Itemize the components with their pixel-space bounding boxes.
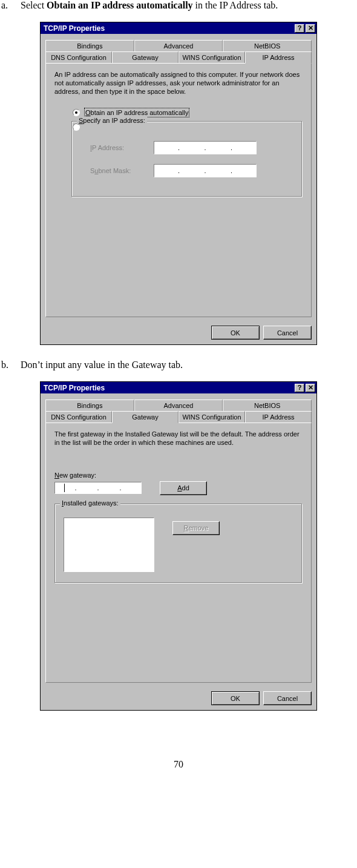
- ok-button[interactable]: OK: [211, 326, 260, 340]
- subnet-mask-label: Subnet Mask:: [90, 167, 154, 174]
- tab-ip-address[interactable]: IP Address: [245, 51, 312, 64]
- ip-desc: An IP address can be automatically assig…: [54, 71, 303, 96]
- radio-auto-label: Obtain an IP address automatically: [84, 108, 189, 117]
- tab-advanced[interactable]: Advanced: [134, 40, 223, 51]
- installed-gateways-list[interactable]: [64, 518, 154, 572]
- ip-address-input[interactable]: . . .: [154, 141, 257, 154]
- subnet-mask-input[interactable]: . . .: [154, 164, 257, 177]
- tab-dns-configuration[interactable]: DNS Configuration: [45, 411, 112, 422]
- button-bar: OK Cancel: [41, 322, 316, 344]
- tab-wins-configuration[interactable]: WINS Configuration: [178, 411, 245, 422]
- tab-gateway[interactable]: Gateway: [112, 411, 178, 423]
- tcpip-dialog-ip: TCP/IP Properties ? ✕ Bindings Advanced …: [40, 22, 317, 345]
- tcpip-dialog-gateway: TCP/IP Properties ? ✕ Bindings Advanced …: [40, 381, 317, 711]
- radio-auto[interactable]: [73, 109, 80, 116]
- help-icon[interactable]: ?: [295, 24, 304, 33]
- tab-netbios[interactable]: NetBIOS: [223, 40, 312, 51]
- tab-dns-configuration[interactable]: DNS Configuration: [45, 51, 112, 63]
- specify-group: Specify an IP address: IP Address: . . .: [71, 121, 303, 197]
- gateway-panel: The first gateway in the Installed Gatew…: [45, 422, 312, 683]
- tab-bindings[interactable]: Bindings: [45, 399, 134, 411]
- titlebar: TCP/IP Properties ? ✕: [41, 382, 316, 393]
- new-gateway-input[interactable]: . . .: [54, 482, 142, 494]
- close-icon[interactable]: ✕: [306, 384, 315, 392]
- gateway-desc: The first gateway in the Installed Gatew…: [54, 430, 303, 447]
- tab-bindings[interactable]: Bindings: [45, 40, 134, 51]
- page-number: 70: [0, 759, 357, 770]
- tab-advanced[interactable]: Advanced: [134, 399, 223, 411]
- tab-ip-address[interactable]: IP Address: [245, 411, 312, 422]
- titlebar-text: TCP/IP Properties: [42, 24, 293, 33]
- close-icon[interactable]: ✕: [306, 24, 315, 33]
- step-b-letter: b.: [0, 360, 21, 370]
- ok-button[interactable]: OK: [211, 691, 260, 705]
- radio-auto-row[interactable]: Obtain an IP address automatically: [73, 108, 303, 117]
- cancel-button[interactable]: Cancel: [263, 326, 312, 340]
- remove-button[interactable]: Remove: [172, 521, 220, 535]
- installed-gateways-label: Installed gateways:: [60, 499, 120, 507]
- step-b-text: Don’t input any value in the Gateway tab…: [21, 360, 355, 370]
- titlebar-text: TCP/IP Properties: [42, 384, 293, 392]
- step-a-text: Select Obtain an IP address automaticall…: [21, 0, 355, 11]
- installed-gateways-group: Installed gateways: Remove: [54, 504, 303, 584]
- text-cursor: [64, 484, 65, 492]
- cancel-button[interactable]: Cancel: [263, 691, 312, 705]
- ip-address-label: IP Address:: [90, 144, 154, 151]
- help-icon[interactable]: ?: [295, 384, 304, 392]
- new-gateway-label: New gateway:: [54, 472, 303, 479]
- add-button[interactable]: Add: [160, 481, 207, 495]
- step-a: a. Select Obtain an IP address automatic…: [0, 0, 357, 11]
- ip-address-panel: An IP address can be automatically assig…: [45, 63, 312, 317]
- titlebar: TCP/IP Properties ? ✕: [41, 22, 316, 34]
- step-a-letter: a.: [0, 0, 21, 11]
- tab-gateway[interactable]: Gateway: [112, 51, 178, 63]
- step-b: b. Don’t input any value in the Gateway …: [0, 360, 357, 370]
- radio-specify-label: Specify an IP address:: [77, 117, 147, 124]
- tab-wins-configuration[interactable]: WINS Configuration: [178, 51, 245, 63]
- button-bar: OK Cancel: [41, 688, 316, 710]
- tab-netbios[interactable]: NetBIOS: [223, 399, 312, 411]
